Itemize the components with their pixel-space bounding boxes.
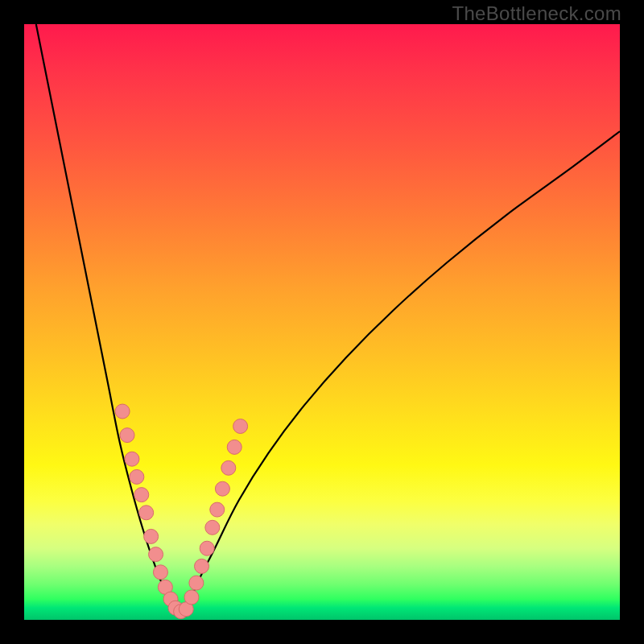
highlight-dot (120, 428, 134, 443)
highlight-dot (233, 419, 248, 434)
highlight-dot (227, 440, 242, 454)
highlight-dot (195, 559, 209, 573)
curve-left (36, 24, 176, 614)
highlight-dots (115, 404, 248, 619)
overlay-svg (24, 24, 620, 620)
plot-area (24, 24, 620, 620)
highlight-dot (115, 404, 130, 419)
highlight-dot (184, 590, 199, 605)
highlight-dot (134, 488, 149, 502)
highlight-dot (153, 565, 167, 580)
bottleneck-curve (36, 24, 620, 614)
highlight-dot (144, 529, 159, 543)
chart-stage: TheBottleneck.com (0, 0, 644, 644)
highlight-dot (205, 520, 220, 535)
highlight-dot (221, 460, 236, 475)
highlight-dot (200, 541, 214, 555)
highlight-dot (130, 469, 144, 484)
highlight-dot (139, 506, 154, 520)
watermark-text: TheBottleneck.com (452, 2, 621, 25)
highlight-dot (125, 452, 139, 466)
highlight-dot (149, 547, 163, 562)
curve-right (185, 131, 620, 613)
highlight-dot (215, 481, 229, 496)
highlight-dot (189, 576, 204, 590)
highlight-dot (210, 502, 225, 517)
